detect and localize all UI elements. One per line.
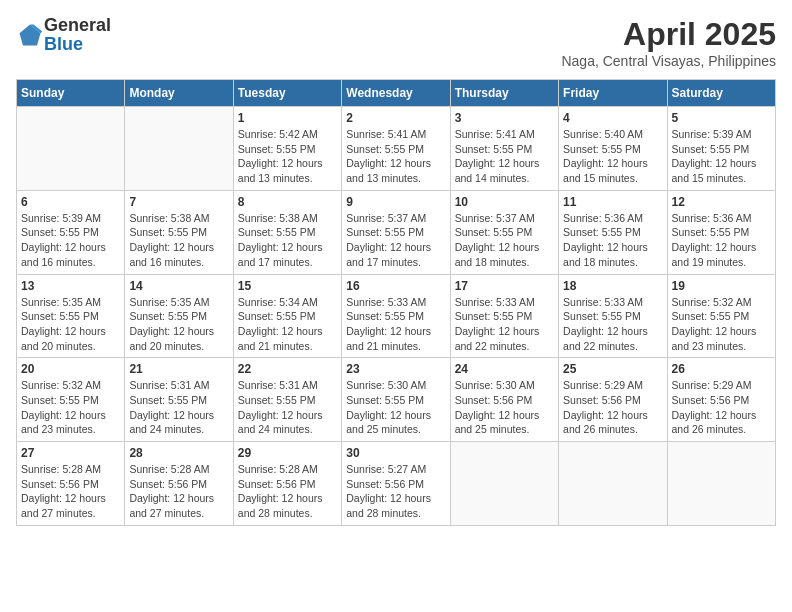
day-info: Sunrise: 5:33 AM Sunset: 5:55 PM Dayligh… — [455, 295, 554, 354]
day-number: 27 — [21, 446, 120, 460]
calendar-cell: 28Sunrise: 5:28 AM Sunset: 5:56 PM Dayli… — [125, 442, 233, 526]
calendar-cell: 13Sunrise: 5:35 AM Sunset: 5:55 PM Dayli… — [17, 274, 125, 358]
location-subtitle: Naga, Central Visayas, Philippines — [561, 53, 776, 69]
calendar-week-3: 13Sunrise: 5:35 AM Sunset: 5:55 PM Dayli… — [17, 274, 776, 358]
day-number: 24 — [455, 362, 554, 376]
day-info: Sunrise: 5:32 AM Sunset: 5:55 PM Dayligh… — [672, 295, 771, 354]
logo-general-text: General — [44, 15, 111, 35]
day-number: 20 — [21, 362, 120, 376]
day-number: 16 — [346, 279, 445, 293]
day-number: 3 — [455, 111, 554, 125]
calendar-cell: 7Sunrise: 5:38 AM Sunset: 5:55 PM Daylig… — [125, 190, 233, 274]
day-number: 8 — [238, 195, 337, 209]
day-info: Sunrise: 5:39 AM Sunset: 5:55 PM Dayligh… — [672, 127, 771, 186]
calendar-cell: 27Sunrise: 5:28 AM Sunset: 5:56 PM Dayli… — [17, 442, 125, 526]
calendar-cell: 23Sunrise: 5:30 AM Sunset: 5:55 PM Dayli… — [342, 358, 450, 442]
calendar-cell: 29Sunrise: 5:28 AM Sunset: 5:56 PM Dayli… — [233, 442, 341, 526]
calendar-cell: 30Sunrise: 5:27 AM Sunset: 5:56 PM Dayli… — [342, 442, 450, 526]
day-info: Sunrise: 5:37 AM Sunset: 5:55 PM Dayligh… — [346, 211, 445, 270]
day-info: Sunrise: 5:31 AM Sunset: 5:55 PM Dayligh… — [238, 378, 337, 437]
calendar-cell: 17Sunrise: 5:33 AM Sunset: 5:55 PM Dayli… — [450, 274, 558, 358]
day-info: Sunrise: 5:27 AM Sunset: 5:56 PM Dayligh… — [346, 462, 445, 521]
calendar-cell: 24Sunrise: 5:30 AM Sunset: 5:56 PM Dayli… — [450, 358, 558, 442]
calendar-cell: 6Sunrise: 5:39 AM Sunset: 5:55 PM Daylig… — [17, 190, 125, 274]
day-number: 25 — [563, 362, 662, 376]
calendar-cell: 15Sunrise: 5:34 AM Sunset: 5:55 PM Dayli… — [233, 274, 341, 358]
day-number: 14 — [129, 279, 228, 293]
day-number: 21 — [129, 362, 228, 376]
calendar-cell: 19Sunrise: 5:32 AM Sunset: 5:55 PM Dayli… — [667, 274, 775, 358]
day-info: Sunrise: 5:40 AM Sunset: 5:55 PM Dayligh… — [563, 127, 662, 186]
day-info: Sunrise: 5:37 AM Sunset: 5:55 PM Dayligh… — [455, 211, 554, 270]
day-info: Sunrise: 5:29 AM Sunset: 5:56 PM Dayligh… — [672, 378, 771, 437]
calendar-cell — [17, 107, 125, 191]
day-info: Sunrise: 5:35 AM Sunset: 5:55 PM Dayligh… — [129, 295, 228, 354]
day-info: Sunrise: 5:36 AM Sunset: 5:55 PM Dayligh… — [672, 211, 771, 270]
calendar-cell — [125, 107, 233, 191]
day-number: 30 — [346, 446, 445, 460]
calendar-cell: 8Sunrise: 5:38 AM Sunset: 5:55 PM Daylig… — [233, 190, 341, 274]
calendar-cell: 14Sunrise: 5:35 AM Sunset: 5:55 PM Dayli… — [125, 274, 233, 358]
logo: General Blue — [16, 16, 111, 54]
calendar-cell: 1Sunrise: 5:42 AM Sunset: 5:55 PM Daylig… — [233, 107, 341, 191]
day-number: 22 — [238, 362, 337, 376]
day-info: Sunrise: 5:28 AM Sunset: 5:56 PM Dayligh… — [21, 462, 120, 521]
day-number: 15 — [238, 279, 337, 293]
day-number: 12 — [672, 195, 771, 209]
calendar-cell: 20Sunrise: 5:32 AM Sunset: 5:55 PM Dayli… — [17, 358, 125, 442]
calendar-cell: 11Sunrise: 5:36 AM Sunset: 5:55 PM Dayli… — [559, 190, 667, 274]
day-info: Sunrise: 5:41 AM Sunset: 5:55 PM Dayligh… — [346, 127, 445, 186]
day-number: 6 — [21, 195, 120, 209]
weekday-header-sunday: Sunday — [17, 80, 125, 107]
day-number: 7 — [129, 195, 228, 209]
day-info: Sunrise: 5:33 AM Sunset: 5:55 PM Dayligh… — [563, 295, 662, 354]
day-number: 19 — [672, 279, 771, 293]
day-info: Sunrise: 5:32 AM Sunset: 5:55 PM Dayligh… — [21, 378, 120, 437]
day-info: Sunrise: 5:28 AM Sunset: 5:56 PM Dayligh… — [129, 462, 228, 521]
calendar-table: SundayMondayTuesdayWednesdayThursdayFrid… — [16, 79, 776, 526]
day-info: Sunrise: 5:38 AM Sunset: 5:55 PM Dayligh… — [129, 211, 228, 270]
title-area: April 2025 Naga, Central Visayas, Philip… — [561, 16, 776, 69]
calendar-cell: 4Sunrise: 5:40 AM Sunset: 5:55 PM Daylig… — [559, 107, 667, 191]
day-number: 4 — [563, 111, 662, 125]
day-info: Sunrise: 5:35 AM Sunset: 5:55 PM Dayligh… — [21, 295, 120, 354]
calendar-week-4: 20Sunrise: 5:32 AM Sunset: 5:55 PM Dayli… — [17, 358, 776, 442]
day-number: 29 — [238, 446, 337, 460]
calendar-cell: 16Sunrise: 5:33 AM Sunset: 5:55 PM Dayli… — [342, 274, 450, 358]
day-info: Sunrise: 5:41 AM Sunset: 5:55 PM Dayligh… — [455, 127, 554, 186]
day-info: Sunrise: 5:30 AM Sunset: 5:55 PM Dayligh… — [346, 378, 445, 437]
day-info: Sunrise: 5:38 AM Sunset: 5:55 PM Dayligh… — [238, 211, 337, 270]
weekday-header-wednesday: Wednesday — [342, 80, 450, 107]
day-info: Sunrise: 5:31 AM Sunset: 5:55 PM Dayligh… — [129, 378, 228, 437]
day-info: Sunrise: 5:30 AM Sunset: 5:56 PM Dayligh… — [455, 378, 554, 437]
day-number: 1 — [238, 111, 337, 125]
page-header: General Blue April 2025 Naga, Central Vi… — [16, 16, 776, 69]
day-number: 9 — [346, 195, 445, 209]
calendar-week-1: 1Sunrise: 5:42 AM Sunset: 5:55 PM Daylig… — [17, 107, 776, 191]
day-number: 17 — [455, 279, 554, 293]
calendar-week-5: 27Sunrise: 5:28 AM Sunset: 5:56 PM Dayli… — [17, 442, 776, 526]
day-info: Sunrise: 5:42 AM Sunset: 5:55 PM Dayligh… — [238, 127, 337, 186]
calendar-cell: 22Sunrise: 5:31 AM Sunset: 5:55 PM Dayli… — [233, 358, 341, 442]
calendar-cell: 18Sunrise: 5:33 AM Sunset: 5:55 PM Dayli… — [559, 274, 667, 358]
calendar-cell — [450, 442, 558, 526]
day-number: 26 — [672, 362, 771, 376]
day-number: 5 — [672, 111, 771, 125]
calendar-cell: 25Sunrise: 5:29 AM Sunset: 5:56 PM Dayli… — [559, 358, 667, 442]
weekday-header-saturday: Saturday — [667, 80, 775, 107]
day-info: Sunrise: 5:34 AM Sunset: 5:55 PM Dayligh… — [238, 295, 337, 354]
weekday-header-tuesday: Tuesday — [233, 80, 341, 107]
logo-icon — [16, 21, 44, 49]
day-number: 18 — [563, 279, 662, 293]
calendar-cell: 5Sunrise: 5:39 AM Sunset: 5:55 PM Daylig… — [667, 107, 775, 191]
weekday-header-monday: Monday — [125, 80, 233, 107]
day-number: 10 — [455, 195, 554, 209]
calendar-cell — [559, 442, 667, 526]
day-number: 2 — [346, 111, 445, 125]
day-info: Sunrise: 5:36 AM Sunset: 5:55 PM Dayligh… — [563, 211, 662, 270]
calendar-cell: 2Sunrise: 5:41 AM Sunset: 5:55 PM Daylig… — [342, 107, 450, 191]
day-info: Sunrise: 5:29 AM Sunset: 5:56 PM Dayligh… — [563, 378, 662, 437]
calendar-cell: 21Sunrise: 5:31 AM Sunset: 5:55 PM Dayli… — [125, 358, 233, 442]
day-number: 13 — [21, 279, 120, 293]
calendar-cell: 12Sunrise: 5:36 AM Sunset: 5:55 PM Dayli… — [667, 190, 775, 274]
